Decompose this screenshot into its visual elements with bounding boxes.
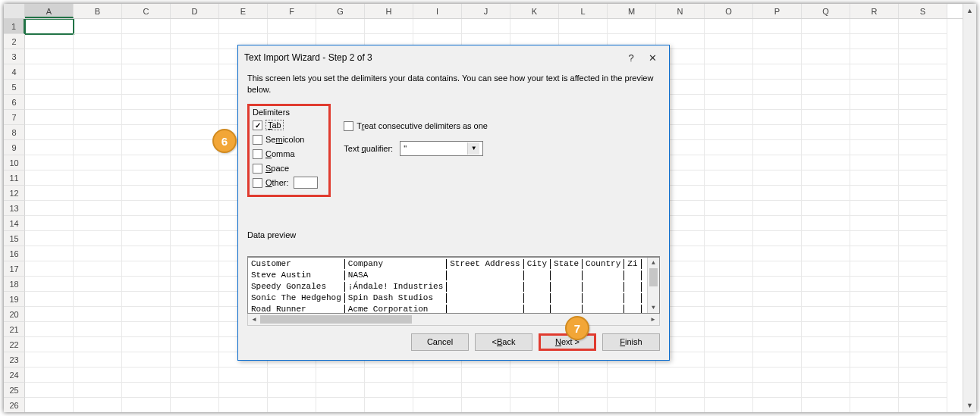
row-header-14[interactable]: 14	[4, 216, 25, 231]
cell-C13[interactable]	[122, 201, 171, 216]
cell-O13[interactable]	[705, 201, 753, 216]
cell-B11[interactable]	[74, 170, 122, 186]
cell-P24[interactable]	[753, 368, 802, 383]
cell-C21[interactable]	[122, 322, 171, 337]
cell-Q9[interactable]	[802, 140, 850, 155]
cell-B12[interactable]	[74, 186, 122, 201]
cell-S7[interactable]	[899, 110, 947, 125]
cell-P25[interactable]	[753, 383, 802, 398]
cell-Q20[interactable]	[802, 307, 850, 322]
column-header-O[interactable]: O	[705, 4, 753, 18]
scrollbar-thumb[interactable]	[649, 268, 658, 286]
cell-O22[interactable]	[705, 337, 753, 352]
column-header-K[interactable]: K	[510, 4, 559, 18]
cell-E25[interactable]	[219, 383, 268, 398]
cell-B6[interactable]	[74, 95, 122, 110]
cell-P21[interactable]	[753, 322, 802, 337]
cell-H25[interactable]	[365, 383, 413, 398]
cell-Q5[interactable]	[802, 80, 850, 95]
cell-D2[interactable]	[171, 34, 219, 49]
cell-F1[interactable]	[268, 19, 316, 34]
cell-Q11[interactable]	[802, 170, 850, 186]
cell-C6[interactable]	[122, 95, 171, 110]
cell-D14[interactable]	[171, 216, 219, 231]
cell-R20[interactable]	[850, 307, 899, 322]
cell-R24[interactable]	[850, 368, 899, 383]
cell-O3[interactable]	[705, 49, 753, 64]
cell-C11[interactable]	[122, 170, 171, 186]
cell-H24[interactable]	[365, 368, 413, 383]
column-header-F[interactable]: F	[268, 4, 316, 18]
cell-A12[interactable]	[25, 186, 74, 201]
row-header-17[interactable]: 17	[4, 261, 25, 277]
cell-S20[interactable]	[899, 307, 947, 322]
cell-O16[interactable]	[705, 246, 753, 261]
cell-Q15[interactable]	[802, 231, 850, 246]
cell-R19[interactable]	[850, 292, 899, 307]
cancel-button[interactable]: Cancel	[411, 333, 469, 351]
cell-D16[interactable]	[171, 246, 219, 261]
cell-C4[interactable]	[122, 64, 171, 80]
cell-P22[interactable]	[753, 337, 802, 352]
other-checkbox[interactable]	[253, 178, 262, 188]
cell-Q14[interactable]	[802, 216, 850, 231]
cell-D12[interactable]	[171, 186, 219, 201]
column-header-G[interactable]: G	[316, 4, 365, 18]
row-header-22[interactable]: 22	[4, 337, 25, 352]
cell-R13[interactable]	[850, 201, 899, 216]
column-header-I[interactable]: I	[413, 4, 462, 18]
cell-P9[interactable]	[753, 140, 802, 155]
cell-S2[interactable]	[899, 34, 947, 49]
cell-Q25[interactable]	[802, 383, 850, 398]
cell-B16[interactable]	[74, 246, 122, 261]
column-header-D[interactable]: D	[171, 4, 219, 18]
cell-D3[interactable]	[171, 49, 219, 64]
cell-Q16[interactable]	[802, 246, 850, 261]
semicolon-checkbox[interactable]	[253, 135, 262, 145]
cell-G1[interactable]	[316, 19, 365, 34]
cell-A23[interactable]	[25, 352, 74, 368]
finish-button[interactable]: Finish	[602, 333, 660, 351]
cell-B3[interactable]	[74, 49, 122, 64]
row-header-5[interactable]: 5	[4, 80, 25, 95]
cell-C12[interactable]	[122, 186, 171, 201]
cell-M24[interactable]	[608, 368, 656, 383]
cell-O20[interactable]	[705, 307, 753, 322]
cell-O23[interactable]	[705, 352, 753, 368]
cell-Q6[interactable]	[802, 95, 850, 110]
cell-P18[interactable]	[753, 277, 802, 292]
cell-O2[interactable]	[705, 34, 753, 49]
cell-C7[interactable]	[122, 110, 171, 125]
cell-P11[interactable]	[753, 170, 802, 186]
cell-O8[interactable]	[705, 125, 753, 140]
scroll-down-icon[interactable]: ▼	[963, 399, 976, 412]
cell-I1[interactable]	[413, 19, 462, 34]
cell-Q23[interactable]	[802, 352, 850, 368]
cell-A3[interactable]	[25, 49, 74, 64]
cell-A8[interactable]	[25, 125, 74, 140]
cell-C23[interactable]	[122, 352, 171, 368]
cell-P5[interactable]	[753, 80, 802, 95]
cell-B21[interactable]	[74, 322, 122, 337]
cell-B7[interactable]	[74, 110, 122, 125]
cell-A13[interactable]	[25, 201, 74, 216]
cell-S11[interactable]	[899, 170, 947, 186]
cell-Q8[interactable]	[802, 125, 850, 140]
cell-S5[interactable]	[899, 80, 947, 95]
cell-L1[interactable]	[559, 19, 608, 34]
cell-R10[interactable]	[850, 155, 899, 170]
cell-F25[interactable]	[268, 383, 316, 398]
cell-J25[interactable]	[462, 383, 510, 398]
cell-O15[interactable]	[705, 231, 753, 246]
cell-C19[interactable]	[122, 292, 171, 307]
cell-P7[interactable]	[753, 110, 802, 125]
cell-L26[interactable]	[559, 398, 608, 412]
column-header-H[interactable]: H	[365, 4, 413, 18]
cell-S1[interactable]	[899, 19, 947, 34]
cell-B24[interactable]	[74, 368, 122, 383]
row-header-20[interactable]: 20	[4, 307, 25, 322]
cell-R17[interactable]	[850, 261, 899, 277]
cell-C14[interactable]	[122, 216, 171, 231]
row-header-2[interactable]: 2	[4, 34, 25, 49]
cell-N24[interactable]	[656, 368, 705, 383]
